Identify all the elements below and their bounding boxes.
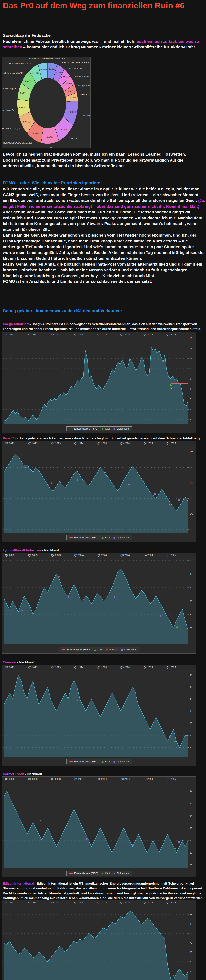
pie-slice-label: Western Union Co. xyxy=(2,109,15,111)
x-axis-label: Q1 2025 xyxy=(166,901,176,904)
dividend-marker-icon xyxy=(86,838,87,840)
y-axis-label: 11 xyxy=(190,357,192,360)
chart-legend: Einstandspreis (FIFO)KaufVerkaufDividend… xyxy=(59,647,139,652)
stock-chart-panel-pepsico: Q2 2023Q3 2023Q4 2023Q1 2024Q2 2024Q3 20… xyxy=(2,441,196,542)
y-axis-label: 85 xyxy=(190,913,192,916)
pie-slice-percent: 9,74% xyxy=(61,128,67,131)
stock-chart-panel-hormel: Q2 2023Q3 2023Q4 2023Q1 2024Q2 2024Q3 20… xyxy=(2,776,196,878)
legend-item: Kauf xyxy=(101,760,110,763)
legend-label: Einstandspreis (FIFO) xyxy=(67,648,90,651)
x-axis-label: Q2 2023 xyxy=(5,901,14,904)
legend-label: Dividenden xyxy=(117,760,129,763)
x-axis-label: Q4 2024 xyxy=(144,666,153,669)
x-axis-label: Q2 2023 xyxy=(5,778,14,781)
pie-slice-percent: 4,25% xyxy=(55,71,62,73)
dividend-marker-icon xyxy=(178,500,179,501)
stock-desc-comcast: Comcast - Nachkauf xyxy=(3,660,206,665)
y-axis-label: 34 xyxy=(190,815,192,817)
x-axis-label: Q1 2025 xyxy=(166,442,176,445)
y-axis-label: 80 xyxy=(190,614,192,616)
y-axis-label: 70 xyxy=(190,942,192,944)
y-axis-label: 130 xyxy=(190,528,193,531)
y-axis-label: 9 xyxy=(190,378,191,380)
dividend-marker-icon xyxy=(40,820,41,821)
y-axis-label: 85 xyxy=(190,600,192,602)
legend-item: Kauf xyxy=(101,872,110,875)
x-axis-label: Q2 2023 xyxy=(5,333,14,336)
blog-post: Das Pr0 auf dem Weg zum finanziellen Rui… xyxy=(0,0,206,980)
pie-slice-percent: 6,98% xyxy=(19,106,25,108)
x-axis-label: Q3 2024 xyxy=(120,901,130,904)
dividend-marker-icon xyxy=(154,493,156,495)
pie-slice-percent: 3,17% xyxy=(70,96,76,99)
buy-marker-icon xyxy=(174,847,176,849)
pie-slice-label: RIO TINTO PLC LS-,10 xyxy=(9,62,32,65)
y-axis-label: 30 xyxy=(190,839,192,842)
x-axis-label: Q3 2023 xyxy=(28,333,38,336)
y-axis-label: 100 xyxy=(190,559,193,562)
dividend-marker-icon xyxy=(178,842,179,843)
stock-desc-hoeegh: Höegh Autoliners- Höegh Autoliners ist e… xyxy=(3,321,206,331)
cost-line-icon xyxy=(69,873,73,874)
legend-item: Dividenden xyxy=(114,872,129,875)
x-axis-label: Q1 2024 xyxy=(74,442,84,445)
chart-legend: Einstandspreis (FIFO)KaufDividenden xyxy=(67,535,132,540)
price-area-fill xyxy=(4,675,188,757)
x-axis-label: Q3 2023 xyxy=(28,778,38,781)
dividend-marker-icon xyxy=(51,482,52,484)
stock-chart-hoeegh: Q2 2023Q3 2023Q4 2023Q1 2024Q2 2024Q3 20… xyxy=(2,332,196,425)
x-axis-label: Q2 2024 xyxy=(97,901,107,904)
pie-slice-percent: 6,23% xyxy=(25,80,32,82)
series-square-icon xyxy=(114,761,115,763)
pie-slice-percent: 7,62% xyxy=(23,121,30,123)
portfolio-allocation-donut-chart: 5,03%T. Rowe Price Group Inc.4,25%REALTY… xyxy=(2,57,90,148)
stock-chart-panel-comcast: Q2 2023Q3 2023Q4 2023Q1 2024Q2 2024Q3 20… xyxy=(2,665,196,766)
legend-item: Einstandspreis (FIFO) xyxy=(69,872,98,875)
legend-item: Einstandspreis (FIFO) xyxy=(62,648,90,651)
pie-slice-label: PEPSICO INC. R xyxy=(69,67,86,70)
chart-legend: Einstandspreis (FIFO)KaufDividenden xyxy=(67,871,132,876)
legend-item: Dividenden xyxy=(114,536,129,539)
legend-item: Einstandspreis (FIFO) xyxy=(69,760,98,763)
pie-slice-label: Höegh Autoliners ASA xyxy=(78,84,90,87)
series-square-icon xyxy=(114,537,115,539)
series-square-icon xyxy=(114,428,115,430)
cost-line-icon xyxy=(62,649,65,650)
pie-slice-label: UPM KYMMENE CORP. R xyxy=(80,93,90,95)
stock-chart-panel-hoeegh: Q2 2023Q3 2023Q4 2023Q1 2024Q2 2024Q3 20… xyxy=(2,332,196,433)
legend-item: Dividenden xyxy=(114,428,129,430)
y-axis-label: 8 xyxy=(190,388,191,390)
x-axis-label: Q4 2024 xyxy=(144,442,153,445)
x-axis-label: Q3 2023 xyxy=(28,554,38,557)
x-axis-label: Q4 2024 xyxy=(144,554,153,557)
y-axis-label: 160 xyxy=(190,482,193,484)
y-axis-label: 80 xyxy=(190,923,192,925)
x-axis-label: Q3 2024 xyxy=(120,554,130,557)
dividend-marker-icon xyxy=(77,479,78,481)
pie-slice-label: BP xyxy=(49,146,52,148)
pie-slice-label: EDISON INTERNATIONAL R xyxy=(28,57,57,60)
y-axis-label: 38 xyxy=(190,710,192,712)
y-axis-label: 140 xyxy=(190,513,193,515)
page-title: Das Pr0 auf dem Weg zum finanziellen Rui… xyxy=(3,1,191,11)
y-axis-label: 32 xyxy=(190,746,192,749)
pie-slice-percent: 5,08% xyxy=(40,68,47,70)
x-axis-label: Q1 2025 xyxy=(166,554,176,557)
y-axis-label: 95 xyxy=(190,573,192,575)
legend-label: Dividenden xyxy=(117,536,129,539)
pie-slice-label: REALTY INCOME CORP. R xyxy=(62,61,90,64)
dividend-marker-icon xyxy=(123,706,124,707)
dividend-marker-icon xyxy=(68,596,69,598)
pie-slice-percent: 4,05% xyxy=(61,76,68,78)
x-axis-label: Q1 2024 xyxy=(74,666,84,669)
x-axis-label: Q2 2024 xyxy=(97,554,107,557)
y-axis-label: 75 xyxy=(190,627,192,629)
x-axis-label: Q4 2023 xyxy=(51,666,61,669)
cost-line-icon xyxy=(69,538,73,538)
legend-label: Einstandspreis (FIFO) xyxy=(74,872,98,875)
price-area-fill xyxy=(4,791,188,868)
x-axis-label: Q3 2023 xyxy=(28,666,38,669)
y-axis-label: 44 xyxy=(190,674,192,676)
fomo-heading: FOMO – oder: Wie ich meine Prinzipien ig… xyxy=(3,180,204,186)
buy-triangle-icon xyxy=(101,428,104,430)
